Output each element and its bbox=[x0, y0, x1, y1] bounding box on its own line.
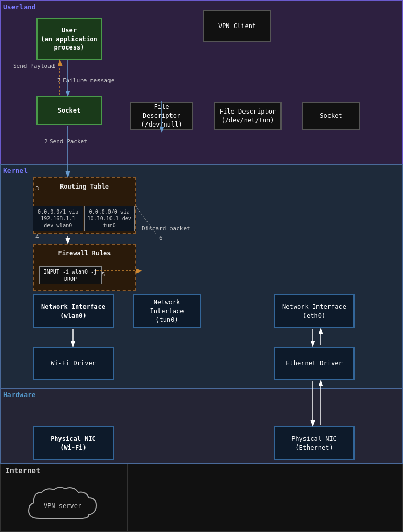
vpn-client-box: VPN Client bbox=[203, 10, 271, 42]
num6-label: 6 bbox=[159, 234, 163, 241]
ethernet-driver-box: Ethernet Driver bbox=[274, 347, 355, 380]
num7-label: 7 bbox=[57, 77, 61, 84]
wifi-driver-box: Wi-Fi Driver bbox=[33, 347, 114, 380]
num2-label: 2 bbox=[44, 138, 48, 145]
nic-ethernet-label: Physical NIC(Ethernet) bbox=[291, 435, 337, 452]
ni-wlan0-label: Network Interface(wlan0) bbox=[41, 303, 105, 320]
ni-tun0-label: Network Interface(tun0) bbox=[136, 298, 198, 324]
nic-ethernet-box: Physical NIC(Ethernet) bbox=[274, 426, 355, 460]
routing-table-label: Routing Table bbox=[60, 182, 109, 191]
vpn-client-label: VPN Client bbox=[218, 22, 256, 31]
nic-wifi-box: Physical NIC(Wi-Fi) bbox=[33, 426, 114, 460]
firewall-rule-box: INPUT -i wlan0 -jDROP bbox=[39, 266, 102, 284]
hardware-label: Hardware bbox=[3, 391, 36, 399]
socket-right-box: Socket bbox=[302, 102, 360, 130]
file-desc-null-box: File Descriptor(/dev/null) bbox=[130, 102, 193, 130]
wifi-driver-label: Wi-Fi Driver bbox=[51, 359, 96, 368]
routing-cell-1: 0.0.0.0/1 via 192.168.1.1 dev wlan0 bbox=[33, 206, 83, 231]
file-desc-tun-label: File Descriptor(/dev/net/tun) bbox=[219, 107, 276, 125]
userland-label: Userland bbox=[3, 3, 36, 11]
user-box: User(an applicationprocess) bbox=[36, 18, 102, 60]
send-payload-label: Send Payload bbox=[13, 63, 54, 69]
ethernet-driver-label: Ethernet Driver bbox=[286, 359, 342, 368]
socket-right-label: Socket bbox=[320, 112, 342, 120]
internet-right-section bbox=[128, 464, 403, 532]
routing-cell-2: 0.0.0.0/0 via 10.10.10.1 dev tun0 bbox=[84, 206, 135, 231]
nic-wifi-label: Physical NIC(Wi-Fi) bbox=[51, 435, 96, 452]
kernel-label: Kernel bbox=[3, 167, 28, 175]
firewall-rules-box: Firewall Rules INPUT -i wlan0 -jDROP bbox=[33, 244, 136, 291]
file-desc-null-label: File Descriptor(/dev/null) bbox=[133, 103, 190, 129]
failure-msg-label: Failure message bbox=[63, 77, 114, 84]
ni-eth0-box: Network Interface(eth0) bbox=[274, 294, 355, 328]
socket-left-label: Socket bbox=[58, 106, 80, 115]
file-desc-tun-box: File Descriptor(/dev/net/tun) bbox=[214, 102, 282, 130]
firewall-rules-label: Firewall Rules bbox=[58, 249, 111, 258]
num3-label: 3 bbox=[35, 185, 39, 192]
num1-label: 1 bbox=[52, 63, 56, 69]
discard-packet-label: Discard packet bbox=[142, 225, 190, 232]
ni-wlan0-box: Network Interface(wlan0) bbox=[33, 294, 114, 328]
user-label: User(an applicationprocess) bbox=[41, 26, 97, 52]
firewall-rule-label: INPUT -i wlan0 -jDROP bbox=[44, 268, 97, 283]
socket-left-box: Socket bbox=[36, 96, 102, 125]
vpn-server-cloud: VPN server bbox=[23, 485, 102, 526]
ni-tun0-box: Network Interface(tun0) bbox=[133, 294, 201, 328]
internet-label: Internet bbox=[5, 466, 40, 475]
num5-label: 5 bbox=[102, 271, 105, 278]
svg-text:VPN server: VPN server bbox=[44, 502, 81, 510]
num4-label: 4 bbox=[35, 233, 39, 240]
routing-table-cells: 0.0.0.0/1 via 192.168.1.1 dev wlan0 0.0.… bbox=[33, 206, 135, 231]
send-packet-label: Send Packet bbox=[50, 138, 88, 145]
ni-eth0-label: Network Interface(eth0) bbox=[282, 303, 346, 320]
